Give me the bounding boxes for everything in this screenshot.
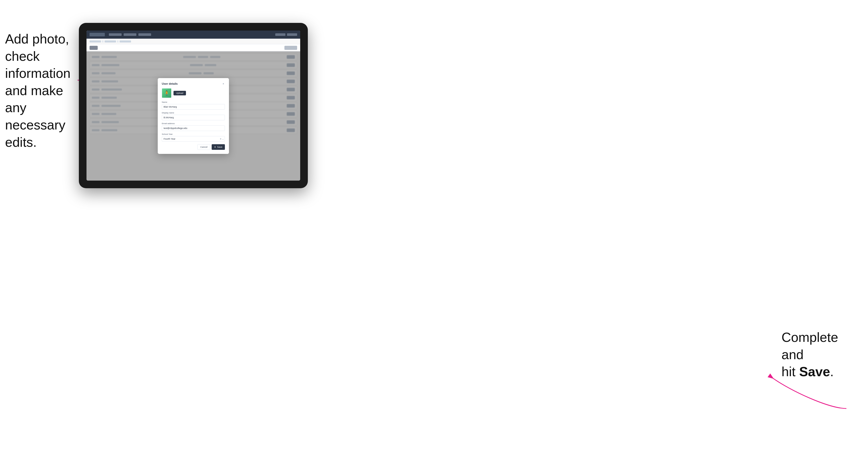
breadcrumb-separator [102, 40, 103, 42]
display-name-field-group: Display name [162, 112, 225, 120]
app-toolbar [87, 44, 300, 51]
toolbar-btn [90, 46, 98, 50]
chevron-down-icon: ⌄ [222, 138, 224, 140]
email-label: Email address [162, 122, 225, 125]
app-nav [109, 33, 151, 36]
save-button[interactable]: ⬆ Save [212, 144, 225, 150]
breadcrumb [87, 39, 300, 44]
modal-header: User details × [162, 82, 225, 85]
modal-title: User details [162, 82, 178, 85]
nav-item-1 [109, 33, 122, 36]
topbar-right-1 [275, 33, 285, 36]
modal-footer: Cancel ⬆ Save [162, 144, 225, 150]
nav-item-2 [124, 33, 136, 36]
save-icon: ⬆ [214, 146, 216, 148]
toolbar-action [284, 46, 297, 50]
breadcrumb-item-3 [120, 40, 131, 42]
photo-preview [162, 88, 172, 98]
user-details-modal: User details × Upload Name [158, 78, 229, 154]
modal-close-button[interactable]: × [222, 82, 225, 85]
select-clear-button[interactable]: ✕ [220, 138, 222, 140]
name-field-group: Name [162, 101, 225, 110]
photo-section: Upload [162, 88, 225, 98]
upload-button[interactable]: Upload [174, 91, 186, 95]
app-logo [90, 33, 105, 36]
name-input[interactable] [162, 104, 225, 110]
tablet-device: User details × Upload Name [79, 23, 308, 188]
annotation-left: Add photo, check information and make an… [5, 31, 76, 151]
annotation-right: Complete and hit Save. [781, 329, 853, 380]
cancel-button[interactable]: Cancel [197, 144, 210, 150]
display-name-input[interactable] [162, 115, 225, 120]
topbar-right-2 [287, 33, 297, 36]
nav-item-3 [138, 33, 151, 36]
modal-overlay: User details × Upload Name [87, 51, 300, 181]
select-icons: ✕ ⌄ [220, 138, 224, 140]
photo-placeholder [162, 89, 171, 98]
display-name-label: Display name [162, 112, 225, 114]
email-input[interactable] [162, 125, 225, 131]
app-topbar-right [275, 33, 297, 36]
app-topbar [87, 31, 300, 39]
breadcrumb-separator-2 [117, 40, 119, 42]
school-year-select-wrapper: Fourth Year ✕ ⌄ [162, 136, 225, 142]
name-label: Name [162, 101, 225, 103]
app-content: User details × Upload Name [87, 51, 300, 181]
email-field-group: Email address [162, 122, 225, 131]
breadcrumb-item-2 [104, 40, 116, 42]
breadcrumb-item-1 [90, 40, 101, 42]
school-year-select[interactable]: Fourth Year [162, 136, 225, 142]
tablet-screen: User details × Upload Name [87, 31, 300, 181]
school-year-field-group: School Year Fourth Year ✕ ⌄ [162, 133, 225, 142]
school-year-label: School Year [162, 133, 225, 135]
